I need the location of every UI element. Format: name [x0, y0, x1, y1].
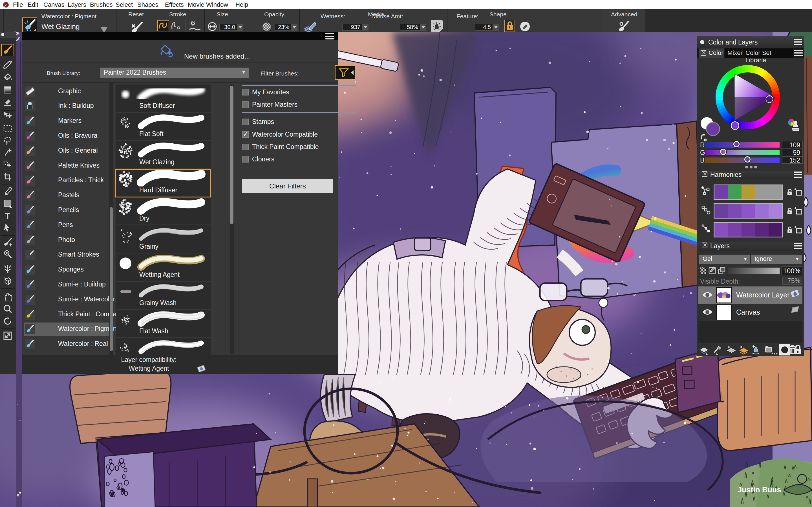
svg-text:T: T [5, 211, 10, 221]
svg-text:Justin Buus: Justin Buus [738, 486, 781, 494]
